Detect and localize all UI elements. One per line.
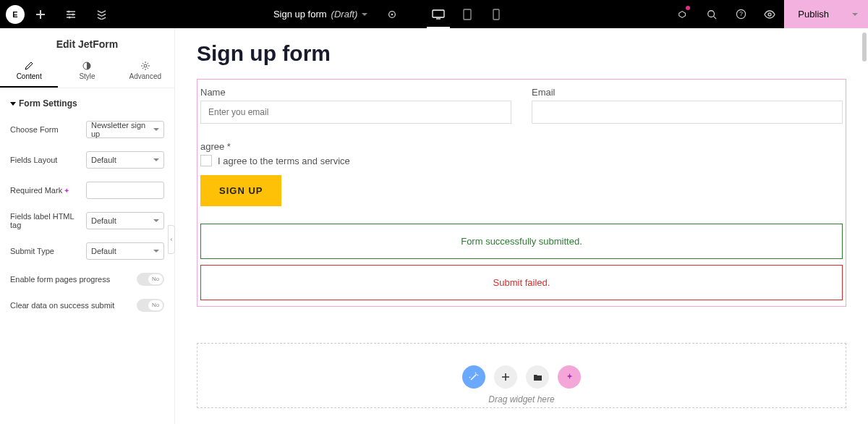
- structure-icon[interactable]: [87, 0, 116, 28]
- publish-options[interactable]: [842, 0, 868, 28]
- agree-checkbox[interactable]: [200, 155, 212, 166]
- gear-icon: [141, 62, 150, 70]
- whats-new-icon[interactable]: [668, 0, 697, 28]
- canvas-area[interactable]: Sign up form Name Email agr: [175, 28, 868, 424]
- finder-search-icon[interactable]: [697, 0, 726, 28]
- device-desktop[interactable]: [424, 0, 453, 28]
- responsive-devices: [424, 0, 511, 28]
- fields-label-tag-select[interactable]: Default: [86, 212, 164, 229]
- enable-progress-toggle[interactable]: No: [137, 273, 164, 286]
- svg-rect-5: [433, 10, 444, 17]
- fields-label-tag-value: Default: [91, 216, 116, 225]
- wand-icon: [469, 372, 479, 382]
- svg-point-13: [144, 64, 147, 67]
- document-title[interactable]: Sign up form (Draft): [273, 9, 368, 20]
- plus-icon: [501, 373, 510, 381]
- svg-point-4: [391, 13, 393, 15]
- control-fields-label-tag: Fields label HTML tag Default: [10, 205, 164, 236]
- publish-label: Publish: [798, 9, 829, 20]
- ai-sparkle-button[interactable]: [558, 365, 581, 389]
- signup-label: SIGN UP: [219, 185, 263, 196]
- workspace: Edit JetForm Content Style Advanced Form…: [0, 28, 868, 424]
- template-library-button[interactable]: [526, 365, 549, 389]
- ai-wand-icon[interactable]: ✦: [64, 187, 69, 195]
- add-section-button[interactable]: [494, 365, 517, 389]
- section-form-settings[interactable]: Form Settings: [0, 88, 174, 114]
- chevron-down-icon: [153, 250, 159, 253]
- folder-icon: [533, 373, 542, 381]
- email-input[interactable]: [532, 101, 843, 124]
- topbar-center: Sign up form (Draft): [116, 0, 668, 28]
- publish-button[interactable]: Publish: [784, 0, 842, 28]
- topbar-right: ? Publish: [668, 0, 868, 28]
- success-message: Form successfully submitted.: [200, 224, 843, 259]
- elementor-logo[interactable]: E: [6, 5, 25, 24]
- clear-data-label: Clear data on success submit: [10, 301, 137, 310]
- fields-layout-select[interactable]: Default: [86, 151, 164, 169]
- sidebar-header: Edit JetForm: [0, 28, 174, 57]
- device-tablet[interactable]: [453, 0, 482, 28]
- field-email: Email: [532, 87, 843, 124]
- fields-layout-value: Default: [91, 156, 116, 164]
- scrollbar-thumb[interactable]: [862, 33, 867, 62]
- svg-point-2: [69, 16, 71, 18]
- svg-rect-6: [464, 9, 471, 20]
- caret-down-icon: [10, 102, 16, 106]
- required-mark-input[interactable]: [86, 182, 164, 199]
- notification-dot: [686, 6, 690, 10]
- page-heading: Sign up form: [197, 41, 846, 66]
- agree-text: I agree to the terms and service: [218, 156, 350, 166]
- name-label: Name: [200, 87, 511, 98]
- svg-text:?: ?: [739, 10, 743, 17]
- required-mark-label: Required Mark✦: [10, 186, 86, 195]
- page-settings-icon[interactable]: [378, 0, 407, 28]
- tab-advanced[interactable]: Advanced: [116, 57, 174, 88]
- chevron-down-icon: [153, 219, 159, 222]
- svg-rect-7: [493, 9, 499, 20]
- pencil-icon: [25, 62, 33, 70]
- help-icon[interactable]: ?: [726, 0, 755, 28]
- add-widget-icon[interactable]: [26, 0, 55, 28]
- agree-field: agree * I agree to the terms and service: [197, 124, 846, 171]
- svg-point-11: [768, 13, 771, 16]
- empty-section-dropzone[interactable]: Drag widget here: [197, 343, 846, 408]
- contrast-icon: [82, 62, 91, 70]
- tab-content-label: Content: [17, 72, 42, 80]
- chevron-down-icon: [362, 13, 367, 16]
- tab-style-label: Style: [79, 72, 95, 80]
- settings-sliders-icon[interactable]: [56, 0, 85, 28]
- submit-type-label: Submit Type: [10, 247, 86, 255]
- form-settings-controls: Choose Form Newsletter sign up Fields La…: [0, 114, 174, 318]
- topbar: E Sign up form (Draft): [0, 0, 868, 28]
- tab-content[interactable]: Content: [0, 57, 58, 88]
- name-input[interactable]: [200, 101, 511, 124]
- sidebar-collapse-handle[interactable]: ‹: [168, 225, 175, 254]
- agree-label: agree *: [200, 141, 231, 152]
- dropzone-hint: Drag widget here: [488, 394, 554, 404]
- submit-type-select[interactable]: Default: [86, 242, 164, 260]
- field-row: Name Email: [197, 80, 846, 124]
- control-required-mark: Required Mark✦: [10, 175, 164, 205]
- dropzone-actions: [462, 365, 581, 389]
- logo-glyph: E: [12, 10, 17, 19]
- signup-button[interactable]: SIGN UP: [200, 175, 281, 206]
- document-name: Sign up form: [273, 9, 327, 20]
- chevron-left-icon: ‹: [171, 236, 173, 243]
- tab-style[interactable]: Style: [58, 57, 116, 88]
- clear-data-toggle[interactable]: No: [137, 299, 164, 312]
- jetform-widget[interactable]: Name Email agree * I agree to the terms: [197, 79, 846, 307]
- field-name: Name: [200, 87, 511, 124]
- agree-check-row: I agree to the terms and service: [200, 155, 843, 166]
- control-enable-progress: Enable form pages progress No: [10, 266, 164, 292]
- sidebar-tabs: Content Style Advanced: [0, 57, 174, 88]
- choose-form-select[interactable]: Newsletter sign up: [86, 121, 164, 138]
- form-inner: Name Email agree * I agree to the terms: [197, 80, 846, 300]
- ai-generate-button[interactable]: [462, 365, 485, 389]
- svg-point-0: [68, 10, 70, 12]
- control-submit-type: Submit Type Default: [10, 236, 164, 266]
- choose-form-value: Newsletter sign up: [91, 121, 153, 138]
- svg-point-1: [72, 13, 75, 15]
- device-mobile[interactable]: [482, 0, 511, 28]
- preview-icon[interactable]: [755, 0, 784, 28]
- chevron-down-icon: [153, 128, 159, 131]
